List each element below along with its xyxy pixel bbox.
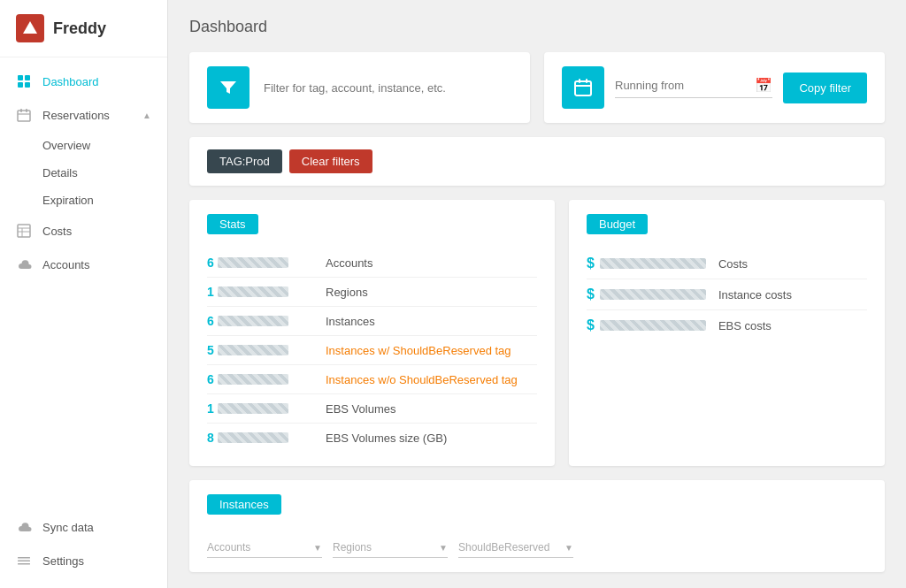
stat-label-ebs-size: EBS Volumes size (GB) [326, 431, 447, 445]
date-input[interactable] [615, 79, 755, 92]
settings-icon [16, 553, 32, 569]
stat-row-accounts: 6 Accounts [207, 248, 537, 278]
filter-icon-box [207, 66, 250, 109]
sidebar: Freddy Dashboard Reservations [0, 0, 168, 588]
tag-prod-badge[interactable]: TAG:Prod [207, 149, 282, 173]
budget-badge: Budget [587, 214, 648, 234]
stat-digit-ebs-size: 8 [207, 431, 214, 445]
stat-row-regions: 1 Regions [207, 278, 537, 307]
stat-value-instances-with-tag: 5 [207, 343, 313, 357]
stat-label-accounts: Accounts [326, 256, 372, 270]
regions-dropdown[interactable]: Regions ▼ [333, 541, 448, 558]
grid-icon [16, 73, 32, 89]
accounts-dropdown-label: Accounts [207, 541, 313, 554]
stat-bar-instances-with-tag [218, 345, 288, 355]
svg-rect-12 [575, 81, 591, 95]
stat-digit-instances-without-tag: 6 [207, 372, 214, 386]
sidebar-item-expiration[interactable]: Expiration [0, 187, 167, 214]
svg-rect-9 [18, 557, 30, 559]
svg-rect-11 [18, 563, 30, 565]
cloud-nav-icon [16, 256, 32, 272]
chevron-up-icon: ▲ [142, 111, 151, 120]
instances-card: Instances Accounts ▼ Regions ▼ ShouldBeR… [189, 480, 885, 572]
stats-badge: Stats [207, 214, 258, 234]
stat-digit-instances: 6 [207, 314, 214, 328]
stat-bar-regions [218, 286, 288, 297]
stat-value-accounts: 6 [207, 256, 313, 270]
sidebar-item-settings[interactable]: Settings [0, 544, 167, 577]
stats-card: Stats 6 Accounts 1 Regions 6 [189, 200, 555, 466]
budget-row-instance-costs: $ Instance costs [587, 279, 867, 310]
sidebar-nav: Dashboard Reservations ▲ Overview Detail… [0, 57, 167, 510]
budget-row-costs: $ Costs [587, 248, 867, 279]
budget-card: Budget $ Costs $ Instance costs $ EBS co… [569, 200, 885, 466]
sidebar-item-reservations[interactable]: Reservations ▲ [0, 98, 167, 132]
stat-bar-ebs-size [218, 432, 288, 443]
sidebar-item-sync-data[interactable]: Sync data [0, 510, 167, 544]
svg-rect-14 [579, 79, 580, 83]
sidebar-item-costs[interactable]: Costs [0, 214, 167, 248]
regions-dropdown-label: Regions [333, 541, 439, 554]
stat-row-instances: 6 Instances [207, 307, 537, 336]
sidebar-label-dashboard: Dashboard [42, 75, 99, 88]
svg-marker-0 [23, 21, 37, 34]
stats-budget-row: Stats 6 Accounts 1 Regions 6 [189, 200, 885, 466]
budget-dollar-costs: $ [587, 256, 595, 271]
calendar-box-icon [562, 66, 604, 109]
shouldbereserved-chevron-down-icon: ▼ [564, 543, 573, 553]
stat-label-instances: Instances [326, 315, 375, 328]
instances-badge: Instances [207, 494, 281, 515]
sidebar-item-details[interactable]: Details [0, 159, 167, 187]
sync-icon [16, 519, 32, 535]
date-input-wrap: 📅 [615, 77, 772, 98]
stat-value-ebs-volumes: 1 [207, 401, 313, 416]
stat-label-ebs-volumes: EBS Volumes [326, 402, 396, 416]
instances-filters: Accounts ▼ Regions ▼ ShouldBeReserved ▼ [207, 541, 867, 558]
filter-input[interactable] [264, 81, 512, 95]
stat-row-instances-with-tag: 5 Instances w/ ShouldBeReserved tag [207, 336, 537, 365]
svg-rect-15 [586, 79, 587, 83]
filter-card [189, 52, 530, 123]
svg-rect-1 [18, 111, 30, 121]
budget-bar-instance [600, 289, 706, 300]
budget-label-instance: Instance costs [718, 288, 792, 302]
sidebar-label-details: Details [42, 166, 78, 179]
svg-rect-5 [18, 225, 30, 237]
sidebar-item-dashboard[interactable]: Dashboard [0, 65, 167, 98]
copy-filter-button[interactable]: Copy filter [783, 73, 867, 103]
svg-rect-10 [18, 561, 30, 562]
stat-bar-instances [218, 316, 288, 326]
logo-icon [16, 14, 44, 42]
date-calendar-icon: 📅 [755, 77, 772, 94]
stat-label-instances-with-tag: Instances w/ ShouldBeReserved tag [326, 344, 511, 357]
calendar-icon [16, 107, 32, 123]
stat-digit-ebs-volumes: 1 [207, 401, 214, 416]
stat-digit-regions: 1 [207, 285, 214, 299]
clear-filters-button[interactable]: Clear filters [289, 149, 372, 173]
stat-row-instances-without-tag: 6 Instances w/o ShouldBeReserved tag [207, 365, 537, 394]
stat-row-ebs-volumes: 1 EBS Volumes [207, 394, 537, 424]
sidebar-label-overview: Overview [42, 139, 90, 152]
svg-rect-3 [26, 109, 27, 112]
shouldbereserved-dropdown[interactable]: ShouldBeReserved ▼ [458, 541, 573, 558]
stat-label-instances-without-tag: Instances w/o ShouldBeReserved tag [326, 373, 518, 386]
date-card: 📅 Copy filter [544, 52, 885, 123]
accounts-chevron-down-icon: ▼ [313, 543, 322, 553]
stat-value-instances-without-tag: 6 [207, 372, 313, 386]
stat-bar-ebs-volumes [218, 403, 288, 414]
budget-label-costs: Costs [718, 257, 748, 271]
sidebar-item-overview[interactable]: Overview [0, 132, 167, 159]
sidebar-label-settings: Settings [42, 554, 84, 568]
stat-bar-instances-without-tag [218, 374, 288, 385]
stat-value-instances: 6 [207, 314, 313, 328]
sidebar-label-costs: Costs [42, 225, 72, 238]
stat-digit-instances-with-tag: 5 [207, 343, 214, 357]
accounts-dropdown[interactable]: Accounts ▼ [207, 541, 322, 558]
budget-bar-ebs [600, 320, 706, 331]
main-content: Dashboard 📅 C [168, 0, 906, 588]
sidebar-bottom: Sync data Settings [0, 510, 167, 588]
svg-rect-2 [20, 109, 22, 112]
budget-bar-costs [600, 258, 706, 269]
shouldbereserved-dropdown-label: ShouldBeReserved [458, 541, 564, 554]
sidebar-item-accounts[interactable]: Accounts [0, 248, 167, 281]
